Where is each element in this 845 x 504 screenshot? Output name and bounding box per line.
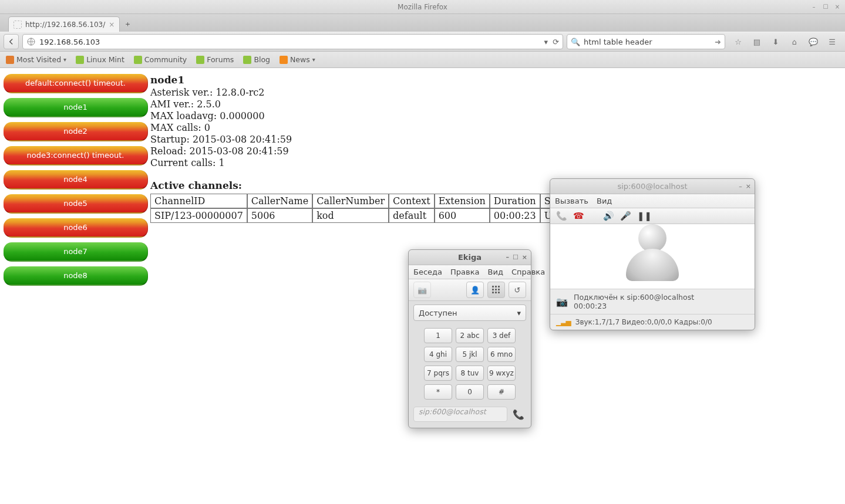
url-dropdown-icon[interactable]: ▾ (542, 38, 551, 46)
node-button[interactable]: node5 (4, 194, 148, 214)
node-button[interactable]: default:connect() timeout. (4, 74, 148, 93)
dialpad-button[interactable] (487, 282, 505, 298)
bookmark-star-icon[interactable]: ☆ (732, 38, 744, 46)
node-button[interactable]: node8 (4, 266, 148, 286)
tab-title: http://192.168.56.103/ (25, 21, 105, 29)
node-label: node7 (63, 247, 87, 256)
menu-call[interactable]: Вызвать (555, 197, 588, 205)
key-6[interactable]: 6 mno (487, 347, 516, 362)
td-extension: 600 (435, 208, 490, 223)
back-button[interactable] (4, 34, 19, 49)
key-star[interactable]: * (424, 384, 452, 400)
search-bar[interactable]: 🔍 html table header ➜ (567, 34, 725, 49)
menu-view[interactable]: Вид (597, 197, 612, 205)
status-label: Доступен (419, 309, 457, 317)
history-button[interactable]: ↺ (509, 282, 526, 298)
call-status-text: Подключён к sip:600@localhost (574, 293, 694, 302)
ekiga-titlebar[interactable]: Ekiga – ☐ × (409, 250, 531, 265)
table-row: SIP/123-00000007 5006 kod default 600 00… (150, 208, 574, 223)
library-icon[interactable]: ▤ (751, 38, 763, 46)
window-minimize-icon[interactable]: – (810, 3, 818, 11)
pickup-icon[interactable]: 📞 (556, 211, 567, 221)
node-button[interactable]: node2 (4, 122, 148, 141)
bookmark-most-visited[interactable]: Most Visited▾ (6, 55, 66, 64)
info-ami: AMI ver.: 2.5.0 (150, 99, 574, 110)
browser-tab[interactable]: http://192.168.56.103/ × (8, 16, 120, 32)
window-minimize-icon[interactable]: – (506, 253, 509, 261)
camera-button[interactable]: 📷 (413, 282, 431, 298)
url-bar[interactable]: 192.168.56.103 ▾ ⟳ (22, 34, 563, 49)
search-go-icon[interactable]: ➜ (715, 38, 721, 46)
svg-rect-3 (498, 286, 500, 287)
menu-edit[interactable]: Правка (450, 268, 479, 276)
td-duration: 00:00:23 (490, 208, 540, 223)
key-0[interactable]: 0 (456, 384, 484, 400)
mic-icon[interactable]: 🎤 (620, 211, 631, 221)
pause-icon[interactable]: ❚❚ (637, 211, 652, 221)
key-hash[interactable]: # (487, 384, 516, 400)
th-context: Context (389, 194, 435, 208)
node-label: node6 (63, 223, 87, 232)
window-close-icon[interactable]: × (833, 3, 841, 11)
menu-icon[interactable]: ☰ (826, 38, 838, 46)
chevron-down-icon: ▾ (312, 56, 315, 63)
info-asterisk: Asterisk ver.: 12.8.0-rc2 (150, 87, 574, 99)
svg-rect-4 (492, 289, 494, 290)
th-extension: Extension (435, 194, 490, 208)
node-button[interactable]: node1 (4, 98, 148, 117)
info-reload: Reload: 2015-03-08 20:41:59 (150, 146, 574, 157)
key-2[interactable]: 2 abc (456, 328, 484, 343)
window-title: Mozilla Firefox (398, 3, 447, 11)
key-3[interactable]: 3 def (487, 328, 516, 343)
status-select[interactable]: Доступен ▾ (413, 305, 526, 321)
key-9[interactable]: 9 wxyz (487, 366, 516, 381)
node-button[interactable]: node3:connect() timeout. (4, 146, 148, 165)
site-icon (76, 56, 84, 64)
menu-chat[interactable]: Беседа (413, 268, 442, 276)
node-button[interactable]: node7 (4, 242, 148, 262)
bookmark-forums[interactable]: Forums (196, 55, 234, 64)
bookmark-community[interactable]: Community (134, 55, 187, 64)
info-column: node1 Asterisk ver.: 12.8.0-rc2 AMI ver.… (148, 74, 574, 223)
site-icon (243, 56, 251, 64)
contacts-button[interactable]: 👤 (466, 282, 484, 298)
home-icon[interactable]: ⌂ (789, 38, 800, 46)
menu-help[interactable]: Справка (511, 268, 545, 276)
td-context: default (389, 208, 435, 223)
key-5[interactable]: 5 jkl (456, 347, 484, 362)
downloads-icon[interactable]: ⬇ (770, 38, 782, 46)
chat-icon[interactable]: 💬 (807, 38, 819, 46)
node-button[interactable]: node4 (4, 170, 148, 190)
window-close-icon[interactable]: × (746, 182, 751, 190)
svg-rect-5 (495, 289, 497, 290)
window-minimize-icon[interactable]: – (739, 182, 742, 190)
bookmark-blog[interactable]: Blog (243, 55, 270, 64)
call-toolbar: 📞 ☎ 🔊 🎤 ❚❚ (550, 208, 755, 224)
key-4[interactable]: 4 ghi (424, 347, 452, 362)
sip-input[interactable]: sip:600@localhost (413, 407, 507, 422)
window-maximize-icon[interactable]: ☐ (513, 253, 519, 261)
menu-view[interactable]: Вид (488, 268, 503, 276)
key-8[interactable]: 8 tuv (456, 366, 484, 381)
folder-icon (6, 56, 14, 64)
nav-toolbar: 192.168.56.103 ▾ ⟳ 🔍 html table header ➜… (0, 32, 845, 52)
node-button[interactable]: node6 (4, 218, 148, 238)
bookmark-label: Linux Mint (86, 55, 124, 64)
chevron-left-icon (7, 38, 15, 46)
new-tab-button[interactable]: ＋ (120, 16, 135, 32)
key-7[interactable]: 7 pqrs (424, 366, 452, 381)
dial-icon[interactable]: 📞 (511, 409, 526, 420)
window-maximize-icon[interactable]: ☐ (822, 3, 830, 11)
bookmark-news[interactable]: News▾ (280, 55, 315, 64)
window-close-icon[interactable]: × (522, 253, 527, 261)
key-1[interactable]: 1 (424, 328, 452, 343)
node-label: node5 (63, 199, 87, 208)
call-titlebar[interactable]: sip:600@localhost – × (550, 179, 755, 194)
hangup-icon[interactable]: ☎ (573, 211, 584, 221)
bookmark-linux-mint[interactable]: Linux Mint (76, 55, 124, 64)
channels-header: Active channels: (150, 180, 574, 191)
site-icon (134, 56, 142, 64)
speaker-icon[interactable]: 🔊 (603, 211, 614, 221)
tab-close-icon[interactable]: × (109, 21, 115, 29)
reload-icon[interactable]: ⟳ (550, 38, 559, 46)
